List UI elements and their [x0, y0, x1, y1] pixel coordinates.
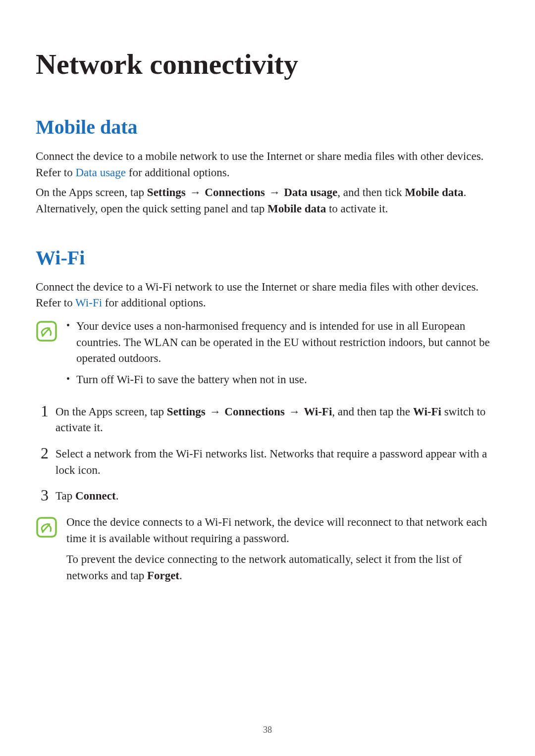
data-usage-link[interactable]: Data usage — [75, 166, 126, 179]
steps-list: 1 On the Apps screen, tap Settings → Con… — [36, 404, 499, 504]
wifi-heading: Wi-Fi — [36, 246, 499, 269]
text: Tap — [55, 490, 75, 502]
arrow-icon: → — [189, 186, 202, 199]
note-paragraph: To prevent the device connecting to the … — [66, 552, 499, 584]
step-item: 2 Select a network from the Wi-Fi networ… — [36, 446, 499, 478]
forget-label: Forget — [147, 569, 179, 582]
arrow-icon: → — [287, 405, 301, 418]
connect-label: Connect — [75, 490, 116, 502]
text: for additional options. — [126, 166, 230, 179]
step-item: 1 On the Apps screen, tap Settings → Con… — [36, 404, 499, 436]
step-number: 3 — [36, 487, 49, 503]
wifi-section: Wi-Fi Connect the device to a Wi-Fi netw… — [36, 246, 499, 589]
settings-label: Settings — [147, 186, 186, 199]
text: To prevent the device connecting to the … — [66, 553, 462, 582]
wifi-intro: Connect the device to a Wi-Fi network to… — [36, 279, 499, 311]
text: , and then tick — [337, 186, 405, 199]
step-item: 3 Tap Connect. — [36, 488, 499, 504]
text: to activate it. — [326, 202, 388, 215]
data-usage-label: Data usage — [284, 186, 337, 199]
arrow-icon: → — [268, 186, 281, 199]
wifi-label: Wi-Fi — [304, 405, 332, 418]
mobile-data-instructions: On the Apps screen, tap Settings → Conne… — [36, 185, 499, 217]
mobile-data-intro: Connect the device to a mobile network t… — [36, 149, 499, 181]
text: for additional options. — [102, 297, 206, 309]
mobile-data-section: Mobile data Connect the device to a mobi… — [36, 115, 499, 217]
text: . — [116, 490, 119, 502]
step-number: 1 — [36, 403, 49, 419]
text: . — [179, 569, 182, 582]
arrow-icon: → — [209, 405, 222, 418]
note-block: Once the device connects to a Wi-Fi netw… — [36, 514, 499, 589]
mobile-data-label: Mobile data — [268, 202, 326, 215]
page-title: Network connectivity — [36, 48, 499, 81]
mobile-data-label: Mobile data — [405, 186, 463, 199]
connections-label: Connections — [224, 405, 284, 418]
note-bullet: Turn off Wi-Fi to save the battery when … — [66, 372, 499, 388]
page-number: 38 — [0, 725, 535, 735]
mobile-data-heading: Mobile data — [36, 115, 499, 139]
note-icon — [36, 320, 57, 344]
step-number: 2 — [36, 445, 49, 461]
settings-label: Settings — [167, 405, 206, 418]
wifi-link[interactable]: Wi-Fi — [75, 297, 102, 309]
text: , and then tap the — [332, 405, 413, 418]
note-bullet: Your device uses a non-harmonised freque… — [66, 318, 499, 367]
connections-label: Connections — [205, 186, 265, 199]
note-block: Your device uses a non-harmonised freque… — [36, 318, 499, 393]
note-paragraph: Once the device connects to a Wi-Fi netw… — [66, 514, 499, 547]
wifi-label: Wi-Fi — [413, 405, 441, 418]
step-text: Select a network from the Wi-Fi networks… — [55, 446, 499, 478]
note-icon — [36, 516, 57, 540]
text: On the Apps screen, tap — [36, 186, 147, 199]
text: On the Apps screen, tap — [55, 405, 167, 418]
